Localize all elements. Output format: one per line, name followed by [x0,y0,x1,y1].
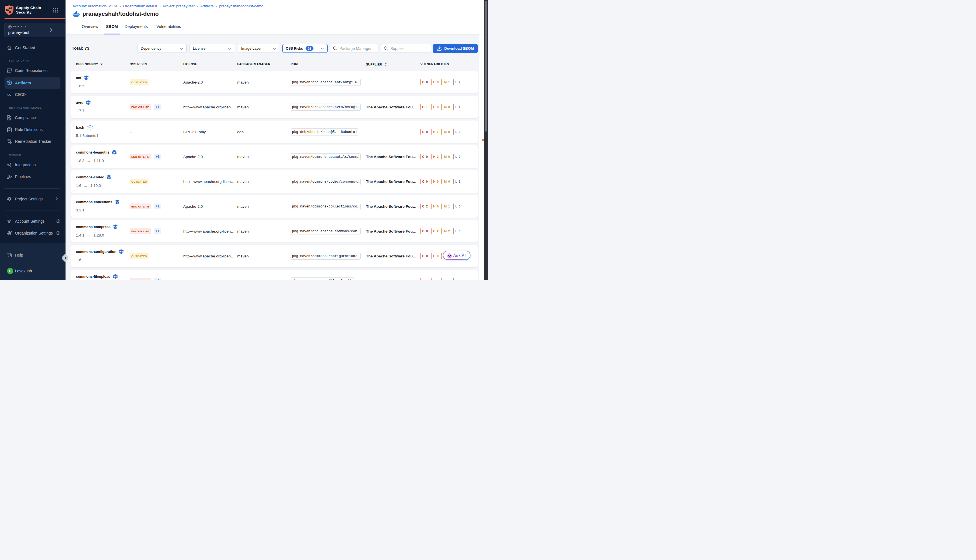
svg-text:‹/›: ‹/› [8,70,10,72]
svg-text:?: ? [8,253,10,256]
